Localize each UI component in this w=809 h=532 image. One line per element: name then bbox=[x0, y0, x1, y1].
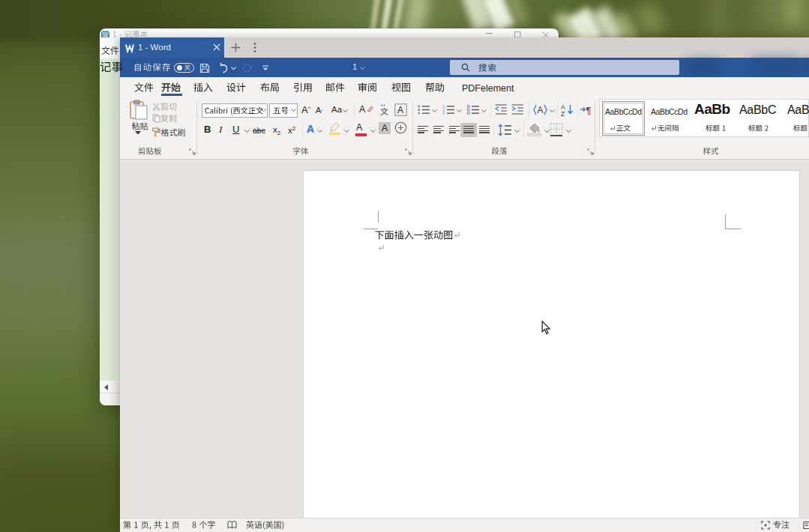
svg-text:A: A bbox=[397, 105, 403, 115]
svg-text:¶: ¶ bbox=[586, 105, 592, 116]
svg-text:A: A bbox=[538, 105, 544, 115]
svg-text:3: 3 bbox=[442, 111, 445, 115]
svg-text:Z: Z bbox=[561, 110, 565, 117]
